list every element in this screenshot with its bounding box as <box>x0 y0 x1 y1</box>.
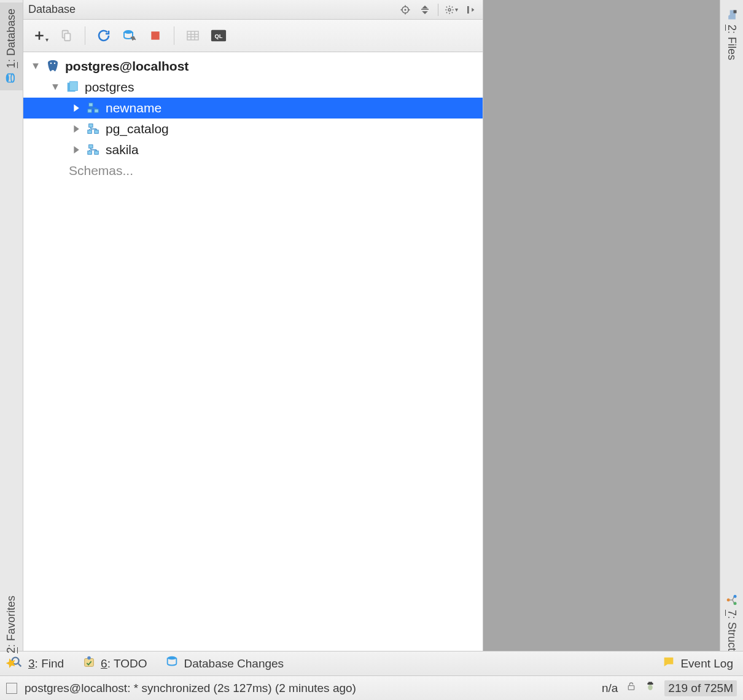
collapse-arrow-icon[interactable] <box>70 102 82 114</box>
sidebar-tab-favorites-label: Favorites <box>5 596 17 641</box>
schema-icon <box>86 142 101 157</box>
expand-arrow-icon[interactable] <box>49 81 61 93</box>
database-icon <box>6 72 18 84</box>
stop-button[interactable] <box>147 27 164 44</box>
database-changes-button[interactable]: Database Changes <box>165 655 284 672</box>
svg-text:QL: QL <box>215 33 223 39</box>
collapse-arrow-icon[interactable] <box>70 123 82 135</box>
right-gutter: 2: Files 7: Structure <box>720 0 743 675</box>
svg-rect-25 <box>95 151 98 155</box>
database-node-icon <box>65 80 80 95</box>
structure-icon <box>726 594 738 606</box>
svg-rect-22 <box>95 130 98 134</box>
svg-point-14 <box>54 63 55 64</box>
sidebar-tab-files[interactable]: 2: Files <box>720 2 743 66</box>
find-num: 3 <box>28 657 35 670</box>
svg-rect-37 <box>648 682 652 683</box>
sidebar-tab-database-num: 1 <box>5 62 17 68</box>
panel-header-tools: ▾ <box>399 3 478 17</box>
svg-rect-17 <box>89 103 93 107</box>
collapse-arrow-icon[interactable] <box>70 144 82 156</box>
gear-icon[interactable]: ▾ <box>445 3 458 17</box>
left-gutter: 1: Database 2: Favorites <box>0 0 23 675</box>
svg-point-27 <box>726 598 729 601</box>
svg-rect-20 <box>89 124 93 128</box>
expand-arrow-icon[interactable] <box>29 60 42 72</box>
sidebar-tab-files-num: 2 <box>726 25 738 31</box>
refresh-button[interactable] <box>95 27 112 44</box>
tree-database-row[interactable]: postgres <box>23 77 483 98</box>
panel-title: Database <box>28 3 76 16</box>
sidebar-tab-files-label: Files <box>726 37 738 60</box>
svg-rect-5 <box>467 6 469 14</box>
database-label: postgres <box>85 80 134 95</box>
schema-icon <box>86 101 101 115</box>
svg-point-1 <box>12 74 15 82</box>
svg-point-32 <box>87 656 91 660</box>
svg-point-8 <box>124 30 133 34</box>
status-encoding[interactable]: n/a <box>602 682 618 695</box>
svg-point-0 <box>6 74 9 82</box>
tree-schema-row[interactable]: newname <box>23 98 483 119</box>
svg-rect-16 <box>69 82 77 91</box>
schema-label: sakila <box>106 142 139 157</box>
svg-rect-34 <box>629 686 634 690</box>
status-bar: postgres@localhost: * synchronized (2s 1… <box>0 675 743 700</box>
data-source-properties-button[interactable] <box>121 27 138 44</box>
target-icon[interactable] <box>399 3 412 17</box>
database-changes-label: Database Changes <box>184 657 284 671</box>
svg-point-4 <box>448 9 451 11</box>
svg-rect-19 <box>95 109 98 113</box>
toggle-tool-windows-icon[interactable] <box>6 683 17 694</box>
copy-button <box>58 27 75 44</box>
todo-tool-button[interactable]: 6: TODO <box>82 655 147 672</box>
sidebar-tab-favorites-num: 2 <box>5 647 17 653</box>
svg-rect-9 <box>151 31 159 39</box>
svg-rect-23 <box>89 145 93 149</box>
tree-datasource-row[interactable]: postgres@localhost <box>23 56 483 77</box>
memory-indicator[interactable]: 219 of 725M <box>664 680 737 696</box>
svg-point-33 <box>168 656 177 660</box>
sidebar-tab-database-label: Database <box>5 9 17 56</box>
svg-point-35 <box>648 685 653 690</box>
database-panel-header: Database ▾ <box>23 0 483 20</box>
star-icon <box>6 657 18 669</box>
bottom-toolbar: 3: Find 6: TODO Database Changes Event L… <box>0 651 743 675</box>
database-tree-panel: postgres@localhost postgres newname pg_c… <box>23 52 483 651</box>
svg-rect-31 <box>85 659 94 667</box>
hector-icon[interactable] <box>645 680 656 696</box>
schema-label: pg_catalog <box>106 122 169 136</box>
collapse-all-icon[interactable] <box>418 3 432 17</box>
table-editor-button <box>184 27 201 44</box>
tree-schema-row[interactable]: sakila <box>23 139 483 160</box>
svg-rect-24 <box>88 151 91 155</box>
todo-label: TODO <box>114 657 147 670</box>
svg-rect-7 <box>64 33 70 41</box>
find-label: Find <box>41 657 64 670</box>
svg-rect-18 <box>88 109 91 113</box>
files-icon <box>726 9 738 21</box>
database-changes-icon <box>165 655 179 672</box>
svg-rect-10 <box>187 31 198 40</box>
event-log-label: Event Log <box>680 657 733 671</box>
hide-panel-icon[interactable] <box>464 3 478 17</box>
tree-schema-row[interactable]: pg_catalog <box>23 119 483 139</box>
svg-rect-21 <box>88 130 91 134</box>
schemas-link[interactable]: Schemas... <box>23 160 483 181</box>
add-button[interactable]: ▾ <box>32 27 49 44</box>
svg-rect-26 <box>733 10 736 14</box>
open-console-button[interactable]: QL <box>210 27 227 44</box>
status-message: postgres@localhost: * synchronized (2s 1… <box>25 682 356 695</box>
lock-icon[interactable] <box>626 681 636 695</box>
editor-area <box>483 0 720 651</box>
event-log-button[interactable]: Event Log <box>662 655 733 672</box>
schema-icon <box>86 122 101 136</box>
svg-point-3 <box>405 9 407 10</box>
datasource-label: postgres@localhost <box>65 59 189 74</box>
sidebar-tab-database[interactable]: 1: Database <box>0 2 23 90</box>
sidebar-tab-favorites[interactable]: 2: Favorites <box>0 589 23 675</box>
database-toolbar: ▾ QL <box>23 20 483 52</box>
todo-num: 6 <box>101 657 107 670</box>
svg-point-13 <box>50 63 52 64</box>
event-log-icon <box>662 655 675 672</box>
